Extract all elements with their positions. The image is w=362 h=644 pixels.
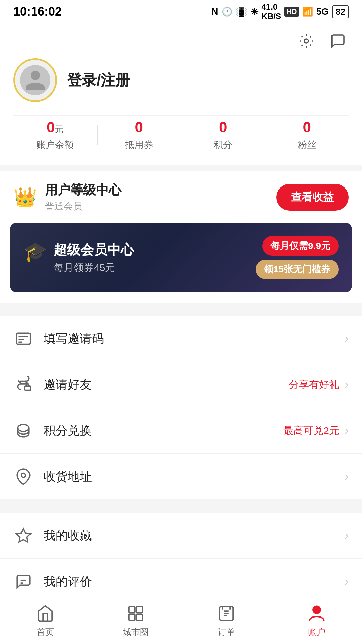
login-register-text[interactable]: 登录/注册: [67, 70, 130, 90]
reviews-arrow: ›: [345, 575, 349, 589]
balance-label: 账户余额: [36, 139, 74, 151]
nav-home[interactable]: 首页: [0, 603, 90, 638]
profile-header: 登录/注册 0元 账户余额 0 抵用券 0 积分 0 粉丝: [0, 23, 362, 165]
stat-points[interactable]: 0 积分: [181, 119, 265, 151]
favorites-arrow: ›: [345, 529, 349, 543]
svg-marker-8: [16, 529, 31, 542]
svg-rect-13: [136, 614, 142, 620]
wifi-icon: 📶: [302, 7, 313, 17]
menu-item-invitation[interactable]: 填写邀请码 ›: [0, 316, 362, 362]
favorites-label: 我的收藏: [44, 528, 345, 544]
nav-city[interactable]: 城市圈: [90, 603, 181, 638]
avatar-image: [20, 65, 50, 95]
bluetooth-icon: ✳: [251, 6, 258, 17]
status-bar: 10:16:02 N 🕐 📳 ✳ 41.0KB/S HD 📶 5G 82: [0, 0, 362, 23]
coupon-label: 抵用券: [125, 139, 153, 151]
crown-icon: 👑: [13, 186, 37, 208]
battery-icon: 82: [332, 5, 349, 18]
favorites-icon: [13, 526, 34, 546]
address-label: 收货地址: [44, 469, 345, 485]
data-speed: 41.0KB/S: [262, 2, 281, 21]
nav-account[interactable]: 账户: [272, 603, 362, 638]
price-badge: 每月仅需9.9元: [262, 236, 339, 256]
stat-coupon[interactable]: 0 抵用券: [98, 119, 181, 151]
reviews-icon: [13, 572, 34, 592]
time-display: 10:16:02: [13, 5, 62, 19]
address-arrow: ›: [345, 470, 349, 484]
home-icon: [35, 603, 55, 624]
super-vip-info: 🎓 超级会员中心 每月领券45元: [23, 240, 134, 275]
vip-text: 用户等级中心 普通会员: [45, 181, 121, 213]
view-earnings-button[interactable]: 查看收益: [276, 184, 349, 211]
avatar[interactable]: [13, 58, 57, 102]
vip-card: 👑 用户等级中心 普通会员 查看收益: [0, 171, 362, 223]
reviews-label: 我的评价: [44, 574, 345, 590]
invite-friends-icon: [13, 375, 34, 395]
stat-balance[interactable]: 0元 账户余额: [13, 119, 97, 151]
stats-row: 0元 账户余额 0 抵用券 0 积分 0 粉丝: [13, 115, 349, 155]
invite-arrow: ›: [345, 378, 349, 392]
super-vip-badges: 每月仅需9.9元 领15张无门槛券: [256, 236, 339, 279]
status-icons: N 🕐 📳 ✳ 41.0KB/S HD 📶 5G 82: [211, 2, 349, 21]
gap-2: [0, 303, 362, 309]
menu-item-address[interactable]: 收货地址 ›: [0, 454, 362, 499]
alarm-icon: 🕐: [222, 7, 232, 17]
gap-3: [0, 499, 362, 506]
city-icon: [126, 603, 146, 624]
super-vip-text: 超级会员中心 每月领券45元: [54, 240, 134, 275]
super-vip-title: 超级会员中心: [54, 240, 134, 259]
svg-rect-11: [129, 607, 135, 613]
vip-title: 用户等级中心: [45, 181, 121, 199]
svg-rect-14: [129, 614, 135, 620]
menu-item-favorites[interactable]: 我的收藏 ›: [0, 513, 362, 559]
vip-info: 👑 用户等级中心 普通会员: [13, 181, 121, 213]
bottom-nav: 首页 城市圈 订单: [0, 597, 362, 644]
invite-sub: 分享有好礼: [289, 378, 339, 392]
svg-point-0: [304, 39, 308, 43]
account-icon: [307, 603, 327, 624]
svg-point-6: [18, 424, 29, 431]
invitation-arrow: ›: [345, 332, 349, 346]
menu-item-points[interactable]: 积分兑换 最高可兑2元 ›: [0, 408, 362, 454]
invitation-label: 填写邀请码: [44, 331, 345, 347]
nav-order[interactable]: 订单: [181, 603, 272, 638]
points-value: 0: [219, 119, 227, 136]
invitation-code-icon: [13, 329, 34, 349]
points-exchange-icon: [13, 421, 34, 441]
settings-button[interactable]: [296, 30, 317, 52]
profile-section[interactable]: 登录/注册: [13, 58, 349, 102]
hd-badge: HD: [284, 7, 299, 17]
vip-subtitle: 普通会员: [45, 200, 121, 213]
city-label: 城市圈: [123, 626, 149, 638]
menu-item-invite[interactable]: 邀请好友 分享有好礼 ›: [0, 362, 362, 408]
stat-fans[interactable]: 0 粉丝: [265, 119, 349, 151]
points-arrow: ›: [345, 424, 349, 438]
account-label: 账户: [308, 626, 325, 638]
points-label: 积分: [214, 139, 232, 151]
svg-rect-12: [136, 607, 142, 613]
fans-value: 0: [303, 119, 311, 136]
fans-label: 粉丝: [298, 139, 316, 151]
svg-rect-5: [25, 386, 31, 390]
graduation-icon: 🎓: [23, 240, 47, 263]
gap-1: [0, 165, 362, 171]
points-label: 积分兑换: [44, 423, 283, 439]
coupon-badge: 领15张无门槛券: [256, 260, 339, 279]
svg-point-7: [21, 473, 26, 478]
message-button[interactable]: [327, 30, 349, 52]
balance-value: 0元: [47, 119, 63, 136]
home-label: 首页: [37, 626, 54, 638]
order-label: 订单: [218, 626, 235, 638]
super-vip-banner[interactable]: 🎓 超级会员中心 每月领券45元 每月仅需9.9元 领15张无门槛券: [10, 223, 352, 292]
super-vip-desc: 每月领券45元: [54, 261, 134, 275]
address-icon: [13, 467, 34, 487]
vibrate-icon: 📳: [236, 6, 247, 17]
nfc-icon: N: [211, 6, 218, 17]
order-icon: [216, 603, 236, 624]
points-sub: 最高可兑2元: [283, 424, 339, 438]
coupon-value: 0: [135, 119, 143, 136]
signal-icon: 5G: [316, 6, 329, 17]
header-icons: [13, 30, 349, 52]
invite-label: 邀请好友: [44, 377, 289, 393]
menu-section-1: 填写邀请码 › 邀请好友 分享有好礼 ›: [0, 316, 362, 499]
